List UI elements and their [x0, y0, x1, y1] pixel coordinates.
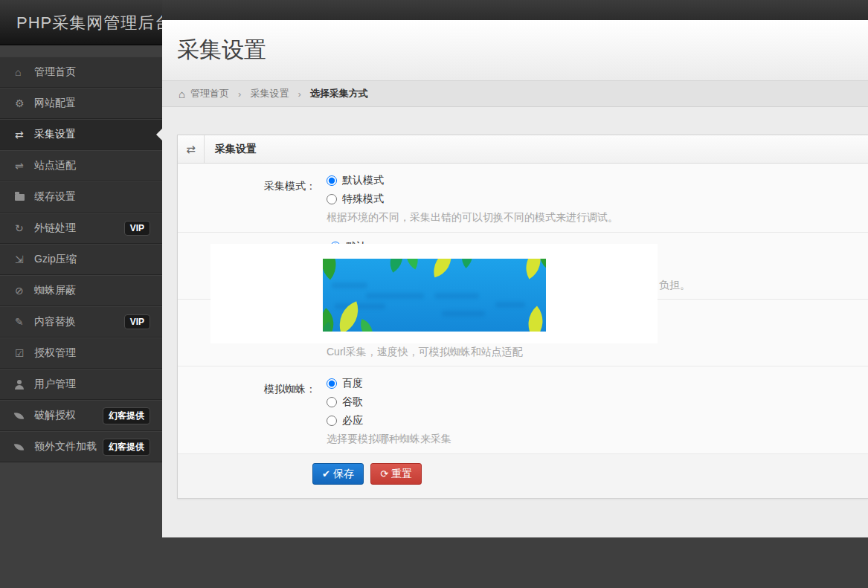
radio-input[interactable]	[327, 397, 337, 407]
sidebar-item-crack-auth[interactable]: 破解授权 幻客提供	[0, 400, 162, 431]
refresh-icon: ⟳	[380, 468, 388, 479]
panel-header: ⇄ 采集设置	[178, 135, 868, 164]
sidebar-item-label: 蜘蛛屏蔽	[34, 284, 76, 297]
sidebar-item-cache-setting[interactable]: 缓存设置	[0, 181, 162, 213]
app-logo: PHP采集网管理后台	[0, 0, 162, 45]
provider-badge: 幻客提供	[103, 439, 150, 456]
page-title: 采集设置	[177, 35, 266, 65]
sidebar-item-content-replace[interactable]: ✎ 内容替换 VIP	[0, 306, 162, 337]
breadcrumb-current: 选择采集方式	[310, 87, 368, 100]
field-hint: Curl采集，速度快，可模拟蜘蛛和站点适配	[327, 346, 523, 359]
sidebar-item-outlink[interactable]: ↻ 外链处理 VIP	[0, 213, 162, 244]
leaf-decoration	[323, 259, 346, 280]
radio-baidu[interactable]: 百度	[327, 374, 451, 392]
folder-icon	[15, 194, 34, 201]
radio-special-mode[interactable]: 特殊模式	[327, 190, 618, 208]
sidebar-item-auth-manage[interactable]: ☑ 授权管理	[0, 337, 162, 369]
breadcrumb-link-section[interactable]: 采集设置	[250, 87, 289, 100]
breadcrumb-link-home[interactable]: 管理首页	[190, 87, 229, 100]
leaf-decoration	[454, 259, 480, 268]
page-header: 采集设置	[162, 20, 868, 80]
refresh-icon: ↻	[15, 222, 34, 234]
repeat-icon: ⇄	[15, 129, 34, 140]
sidebar-item-label: 内容替换	[34, 315, 76, 329]
gear-icon: ⚙	[15, 97, 34, 109]
sidebar-item-collect-setting[interactable]: ⇄ 采集设置	[0, 119, 162, 150]
field-hint: 根据环境的不同，采集出错的可以切换不同的模式来进行调试。	[327, 211, 618, 224]
radio-input[interactable]	[327, 378, 337, 389]
check-square-icon: ☑	[15, 347, 34, 359]
panel-footer: ✔ 保存 ⟳ 重置	[178, 454, 868, 498]
vip-badge: VIP	[124, 314, 150, 329]
field-label: 采集模式：	[178, 164, 327, 232]
sidebar-item-user-manage[interactable]: 用户管理	[0, 369, 162, 400]
field-hint-partial: 负担。	[659, 279, 690, 292]
user-icon	[15, 380, 34, 390]
field-hint: 选择要模拟哪种蜘蛛来采集	[327, 433, 451, 446]
leaf-decoration	[400, 259, 425, 269]
sidebar-item-label: 破解授权	[34, 409, 76, 422]
form-row-spider: 模拟蜘蛛： 百度 谷歌 必应 选择要模拟哪种蜘蛛来采集	[178, 366, 868, 454]
sidebar-item-label: 缓存设置	[34, 190, 76, 204]
breadcrumb-home-icon: ⌂	[179, 88, 185, 100]
leaf-decoration	[356, 319, 377, 332]
radio-bing[interactable]: 必应	[327, 411, 451, 430]
sidebar-item-extra-file[interactable]: 额外文件加载 幻客提供	[0, 431, 162, 462]
radio-input[interactable]	[327, 175, 337, 186]
breadcrumb: ⌂ 管理首页 › 采集设置 › 选择采集方式	[162, 80, 868, 107]
save-button[interactable]: ✔ 保存	[312, 463, 364, 485]
sidebar-item-site-adapt[interactable]: ⇌ 站点适配	[0, 150, 162, 181]
eye-slash-icon: ⊘	[15, 285, 34, 297]
ad-banner-image[interactable]	[323, 259, 546, 332]
sidebar-item-site-config[interactable]: ⚙ 网站配置	[0, 88, 162, 119]
field-label: 模拟蜘蛛：	[178, 366, 327, 453]
compress-icon: ⇲	[15, 253, 34, 265]
home-icon: ⌂	[15, 66, 34, 78]
sidebar-item-label: Gzip压缩	[34, 253, 77, 266]
vip-badge: VIP	[124, 221, 150, 236]
leaf-decoration	[429, 259, 457, 277]
radio-default-mode[interactable]: 默认模式	[327, 171, 618, 190]
sidebar-item-spider-block[interactable]: ⊘ 蜘蛛屏蔽	[0, 275, 162, 306]
sidebar-item-label: 用户管理	[34, 378, 76, 391]
ad-overlay	[210, 244, 658, 343]
sidebar-item-gzip[interactable]: ⇲ Gzip压缩	[0, 244, 162, 275]
leaf-decoration	[383, 259, 410, 273]
leaf-decoration	[518, 306, 546, 332]
sidebar-item-label: 网站配置	[34, 97, 76, 110]
radio-input[interactable]	[327, 416, 337, 426]
reset-button[interactable]: ⟳ 重置	[370, 463, 422, 485]
check-icon: ✔	[322, 468, 330, 479]
top-strip	[162, 0, 868, 20]
form-row-collect-mode: 采集模式： 默认模式 特殊模式 根据环境的不同，采集出错的可以切换不同的模式来进…	[178, 164, 868, 233]
sidebar-item-label: 外链处理	[34, 222, 76, 235]
breadcrumb-separator: ›	[298, 88, 300, 100]
pencil-icon: ✎	[15, 316, 34, 328]
sidebar-item-label: 管理首页	[34, 65, 76, 79]
sidebar-item-home[interactable]: ⌂ 管理首页	[0, 56, 162, 88]
sidebar: PHP采集网管理后台 ⌂ 管理首页 ⚙ 网站配置 ⇄ 采集设置 ⇌ 站点适配 缓…	[0, 0, 162, 588]
shuffle-icon: ⇌	[15, 160, 34, 172]
breadcrumb-separator: ›	[238, 88, 241, 100]
sidebar-item-label: 站点适配	[34, 159, 76, 172]
sidebar-item-label: 采集设置	[34, 128, 76, 141]
radio-google[interactable]: 谷歌	[327, 392, 451, 411]
active-item-arrow	[156, 129, 162, 140]
leaf-icon	[15, 443, 34, 451]
panel-title: 采集设置	[205, 135, 257, 163]
sidebar-item-label: 授权管理	[34, 346, 76, 360]
leaf-icon	[15, 412, 34, 420]
sidebar-item-label: 额外文件加载	[34, 440, 97, 453]
sidebar-nav: ⌂ 管理首页 ⚙ 网站配置 ⇄ 采集设置 ⇌ 站点适配 缓存设置 ↻ 外链处理 …	[0, 56, 162, 462]
provider-badge: 幻客提供	[103, 407, 150, 424]
radio-input[interactable]	[327, 194, 337, 204]
repeat-icon: ⇄	[178, 135, 205, 163]
